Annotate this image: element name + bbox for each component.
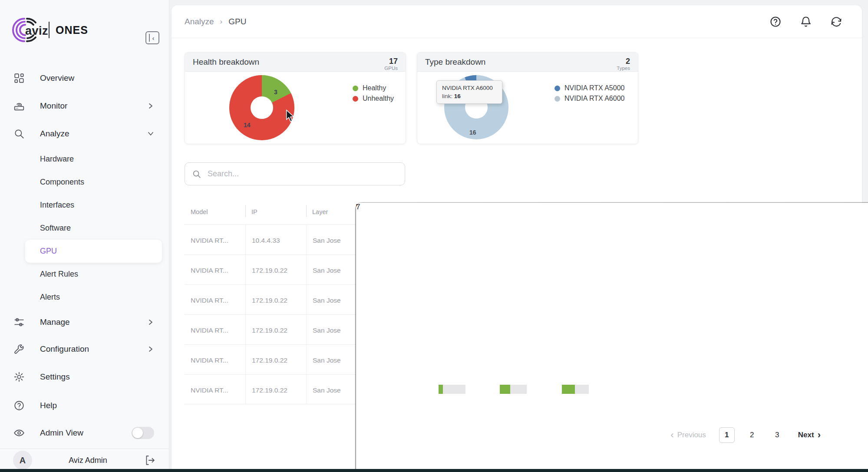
cell-host: ip-172-31-1...172.19.0.22 <box>245 285 306 314</box>
next-label: Next <box>798 431 814 439</box>
card-body: 16 NVIDIA RTX A6000 link: 16 NVIDIA RTX … <box>417 72 638 144</box>
bar-fill <box>439 385 443 394</box>
chart-tooltip: NVIDIA RTX A6000 link: 16 <box>436 80 502 104</box>
type-count: 2 <box>617 57 630 66</box>
cell-sub-value: NVIDIA RT... <box>191 237 245 244</box>
sidebar-item-label: Monitor <box>40 101 67 111</box>
sidebar-item-monitor[interactable]: Monitor <box>0 92 169 120</box>
cell-fabric: 7 <box>367 375 428 404</box>
legend-item[interactable]: Healthy <box>353 83 394 93</box>
card-count: 17 GPUs <box>384 57 398 71</box>
notification-bell-button[interactable] <box>799 15 812 28</box>
cell-name: GPU0NVIDIA RT... <box>185 225 245 254</box>
card-header: Type breakdown 2 Types <box>417 53 638 72</box>
cell-sub-value: 172.19.0.22 <box>252 267 306 274</box>
chevron-right-icon <box>147 319 154 326</box>
page-numbers: 123 <box>719 427 785 443</box>
cell-name: GPU4NVIDIA RT... <box>185 375 245 404</box>
donut-hole <box>251 96 273 119</box>
a6000-dot-icon <box>554 96 560 102</box>
cell-sub-value: NVIDIA RT... <box>191 327 245 334</box>
chevron-right-icon <box>147 102 154 109</box>
sidebar-item-settings[interactable]: Settings <box>0 363 169 391</box>
cell-name: GPU2NVIDIA RT... <box>185 315 245 344</box>
sidebar-item-label: Manage <box>40 317 70 327</box>
sidebar-item-manage[interactable]: Manage <box>0 309 169 336</box>
cell-name: GPU0NVIDIA RT... <box>185 255 245 284</box>
legend-item[interactable]: Unhealthy <box>353 93 394 104</box>
sidebar-item-overview[interactable]: Overview <box>0 64 169 92</box>
sidebar-item-software[interactable]: Software <box>0 217 169 240</box>
card-title: Health breakdown <box>193 57 259 67</box>
gpu-count-label: GPUs <box>384 66 398 71</box>
sidebar-item-components[interactable]: Components <box>0 171 169 194</box>
page-button-3[interactable]: 3 <box>769 427 785 443</box>
legend-label: NVIDIA RTX A6000 <box>564 95 624 102</box>
bar-fill <box>562 385 575 394</box>
sidebar-item-label: Admin View <box>40 428 83 438</box>
health-breakdown-card: Health breakdown 17 GPUs 3 14 Healthy <box>185 52 406 144</box>
bar-track <box>439 385 465 394</box>
bar-fill <box>500 385 510 394</box>
table-row[interactable]: GPU4NVIDIA RT...ip-172-31-1...172.19.0.2… <box>185 374 851 404</box>
sidebar-item-analyze[interactable]: Analyze <box>0 120 169 148</box>
sidebar-item-interfaces[interactable]: Interfaces <box>0 194 169 217</box>
cell-name: GPU3NVIDIA RT... <box>185 345 245 374</box>
legend-item[interactable]: NVIDIA RTX A5000 <box>554 83 624 93</box>
search-bar <box>185 162 405 185</box>
column-header-host[interactable]: HostIP <box>245 198 306 224</box>
topbar-icons <box>769 15 843 28</box>
sidebar-nav: Overview Monitor Analyze H <box>0 0 169 472</box>
tooltip-label: link: <box>442 93 452 99</box>
breadcrumb-section[interactable]: Analyze <box>185 17 214 26</box>
sidebar-item-label: Settings <box>40 372 70 382</box>
eye-icon <box>13 427 25 439</box>
next-page-button[interactable]: Next › <box>798 430 821 440</box>
page-button-2[interactable]: 2 <box>744 427 760 443</box>
legend-label: Unhealthy <box>363 95 394 102</box>
search-input[interactable] <box>208 169 398 178</box>
previous-page-button[interactable]: ‹ Previous <box>670 430 706 440</box>
bar-track <box>562 385 589 394</box>
sidebar-item-gpu[interactable]: GPU <box>25 240 162 263</box>
sidebar-item-configuration[interactable]: Configuration <box>0 336 169 363</box>
router-icon <box>13 100 25 112</box>
cell-name: GPU1NVIDIA RT... <box>185 285 245 314</box>
gpu-count: 17 <box>384 57 398 66</box>
sidebar-item-alert-rules[interactable]: Alert Rules <box>0 263 169 286</box>
health-donut-chart[interactable]: 3 14 <box>229 75 294 140</box>
cell-sub-value: NVIDIA RT... <box>191 356 245 364</box>
chart-legend: NVIDIA RTX A5000 NVIDIA RTX A6000 <box>554 83 624 104</box>
cell-sub-value: 172.19.0.22 <box>252 356 306 364</box>
gpu-table: NameModelHostIPRoleLayerFabricUtilizatio… <box>185 198 851 404</box>
sidebar: aviz ONES ‹ Overview Monitor <box>0 0 169 469</box>
sidebar-item-help[interactable]: Help <box>0 391 169 420</box>
unhealthy-dot-icon <box>353 96 358 102</box>
card-header: Health breakdown 17 GPUs <box>185 53 406 72</box>
gpu-table-body: GPU0NVIDIA RT...ncp-dev10.4.4.33ServerSa… <box>185 224 851 404</box>
type-count-label: Types <box>617 66 630 71</box>
help-button[interactable] <box>769 15 782 28</box>
bar-track <box>500 385 527 394</box>
logout-icon[interactable] <box>144 454 156 466</box>
page-button-1[interactable]: 1 <box>719 427 735 443</box>
type-breakdown-card: Type breakdown 2 Types 16 NVIDIA RTX A60… <box>417 52 638 144</box>
chart-legend: Healthy Unhealthy <box>353 83 394 104</box>
cell-host: ip-172-31-1...172.19.0.22 <box>245 375 306 404</box>
sidebar-item-admin-view[interactable]: Admin View <box>0 420 169 446</box>
card-body: 3 14 Healthy Unhealthy <box>185 72 406 144</box>
question-icon <box>13 400 25 412</box>
donut-slice-value: 16 <box>469 129 476 136</box>
admin-view-toggle[interactable] <box>132 427 154 439</box>
legend-item[interactable]: NVIDIA RTX A6000 <box>554 93 624 104</box>
chevron-right-icon <box>147 346 154 353</box>
cell-sub-value: NVIDIA RT... <box>191 386 245 394</box>
column-header-name[interactable]: NameModel <box>185 198 245 224</box>
donut-slice-value: 3 <box>274 89 277 96</box>
cell-host: ip-172-31-1...172.19.0.22 <box>245 315 306 344</box>
cell-sub-value: 172.19.0.22 <box>252 386 306 394</box>
refresh-button[interactable] <box>830 15 843 28</box>
sidebar-item-hardware[interactable]: Hardware <box>0 148 169 171</box>
sliders-icon <box>13 317 25 328</box>
sidebar-item-alerts[interactable]: Alerts <box>0 286 169 309</box>
